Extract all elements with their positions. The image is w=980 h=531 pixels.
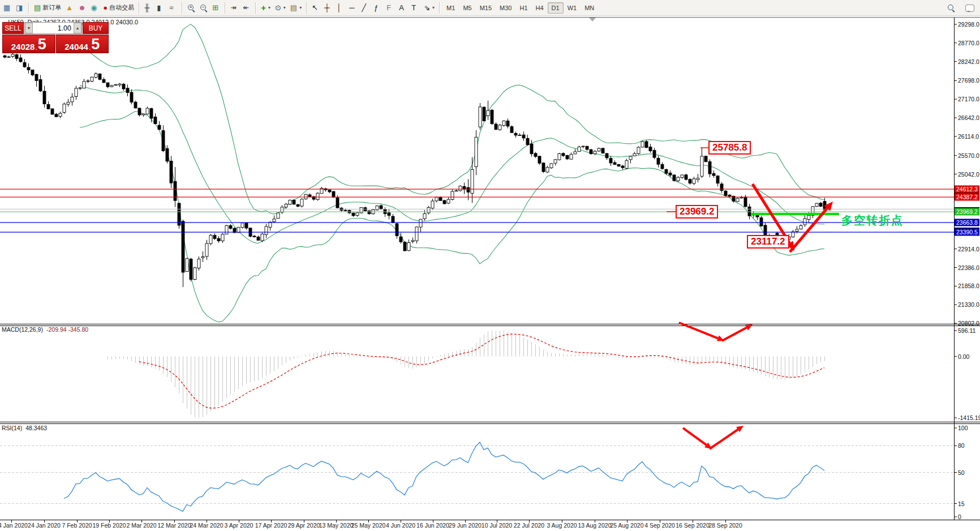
buy-button[interactable]: BUY <box>83 22 109 34</box>
bid-main-digits: 24028 <box>11 42 35 52</box>
ask-big-digit: 5 <box>91 37 100 52</box>
sell-button[interactable]: SELL <box>2 22 24 34</box>
ask-price[interactable]: 24044.5 <box>56 35 109 53</box>
ask-dot: . <box>89 44 91 52</box>
bid-dot: . <box>35 44 37 52</box>
candlesticks[interactable] <box>3 53 826 287</box>
one-click-trading-panel: SELL ▼ 1.00 ▲ BUY 24028.5 24044.5 <box>2 22 109 53</box>
bid-price[interactable]: 24028.5 <box>2 35 55 53</box>
volume-decrease-button[interactable]: ▼ <box>25 23 33 33</box>
volume-stepper: ▼ 1.00 ▲ <box>24 22 82 34</box>
mt4-terminal-window: ▦◨▤新订单▲☻◉●自动交易╫▮≈+−⊞↠↞+▾⊙▾▤▾↖┼│─╱ƒFAT⇘▾M… <box>0 0 980 531</box>
ask-main-digits: 24044 <box>65 42 88 52</box>
panel-borders <box>0 18 980 523</box>
rsi-plot <box>0 442 954 511</box>
chart-canvas[interactable] <box>0 0 980 531</box>
macd-plot <box>108 331 825 418</box>
volume-input[interactable]: 1.00 <box>33 23 74 33</box>
volume-increase-button[interactable]: ▲ <box>74 23 81 33</box>
annotation-arrows[interactable] <box>667 148 833 449</box>
bid-big-digit: 5 <box>38 37 46 52</box>
